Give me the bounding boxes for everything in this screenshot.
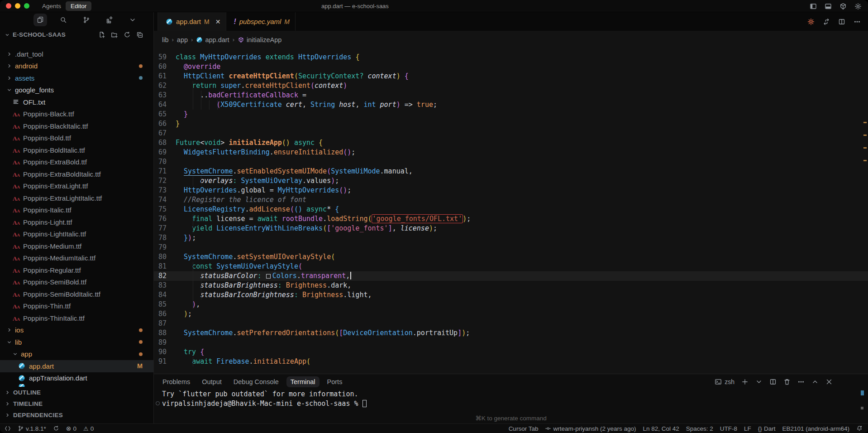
panel-tab-ports[interactable]: Ports bbox=[323, 376, 347, 387]
code-line-83[interactable]: 83 statusBarBrightness: Brightness.dark, bbox=[154, 281, 868, 290]
tree-item-Poppins-ExtraLightItalic.ttf[interactable]: AAPoppins-ExtraLightItalic.ttf bbox=[0, 192, 153, 204]
tree-item-Poppins-Italic.ttf[interactable]: AAPoppins-Italic.ttf bbox=[0, 204, 153, 216]
code-line-60[interactable]: 60 @override bbox=[154, 62, 868, 72]
new-folder-icon[interactable] bbox=[110, 31, 118, 38]
cube-icon[interactable] bbox=[839, 2, 847, 10]
tree-item-ios[interactable]: ios bbox=[0, 324, 153, 337]
code-line-63[interactable]: 63 ..badCertificateCallback = bbox=[154, 91, 868, 100]
layout-panel-icon[interactable] bbox=[824, 2, 832, 10]
status-bell[interactable] bbox=[856, 425, 863, 432]
tree-item-assets[interactable]: assets bbox=[0, 72, 153, 84]
tree-item-app[interactable]: app bbox=[0, 348, 153, 361]
tree-item-Poppins-ExtraBold.ttf[interactable]: AAPoppins-ExtraBold.ttf bbox=[0, 156, 153, 168]
panel-tab-terminal[interactable]: Terminal bbox=[286, 376, 320, 387]
minimize-window-button[interactable] bbox=[15, 3, 20, 9]
tree-item-Poppins-Black.ttf[interactable]: AAPoppins-Black.ttf bbox=[0, 108, 153, 120]
code-line-78[interactable]: 78 }); bbox=[154, 233, 868, 243]
editor-tab-pubspec.yaml[interactable]: !pubspec.yamlM bbox=[226, 12, 296, 31]
code-line-61[interactable]: 61 HttpClient createHttpClient(SecurityC… bbox=[154, 72, 868, 81]
code-line-70[interactable]: 70 bbox=[154, 157, 868, 167]
code-line-69[interactable]: 69 WidgetsFlutterBinding.ensureInitializ… bbox=[154, 148, 868, 157]
breadcrumb-item-app.dart[interactable]: app.dart bbox=[196, 36, 229, 43]
status-sync[interactable] bbox=[53, 425, 59, 432]
tree-item-android[interactable]: android bbox=[0, 60, 153, 72]
code-line-73[interactable]: 73 HttpOverrides.global = MyHttpOverride… bbox=[154, 186, 868, 195]
status-wrteam-priyansh-2-years-ago[interactable]: wrteam-priyansh (2 years ago) bbox=[545, 425, 636, 432]
ai-star-icon[interactable] bbox=[807, 18, 815, 25]
tree-item-google_fonts[interactable]: google_fonts bbox=[0, 84, 153, 96]
tree-item-Poppins-LightItalic.ttf[interactable]: AAPoppins-LightItalic.ttf bbox=[0, 228, 153, 241]
code-line-62[interactable]: 62 return super.createHttpClient(context… bbox=[154, 81, 868, 91]
panel-tab-output[interactable]: Output bbox=[198, 376, 226, 387]
gear-icon[interactable] bbox=[854, 2, 862, 10]
status-0[interactable]: ⚠0 bbox=[83, 425, 94, 432]
chevron-down-icon[interactable] bbox=[5, 32, 10, 38]
status-v-1-8-1[interactable]: v.1.8.1* bbox=[18, 425, 46, 432]
tree-item-Poppins-Light.ttf[interactable]: AAPoppins-Light.ttf bbox=[0, 216, 153, 228]
code-line-76[interactable]: 76 final license = await rootBundle.load… bbox=[154, 214, 868, 224]
code-line-74[interactable]: 74 //Register the licence of font bbox=[154, 195, 868, 205]
activity-source-control[interactable] bbox=[80, 14, 93, 26]
more-actions-icon[interactable] bbox=[853, 18, 861, 25]
tree-item-Poppins-ExtraBoldItalic.ttf[interactable]: AAPoppins-ExtraBoldItalic.ttf bbox=[0, 168, 153, 180]
tree-item-app.dart[interactable]: app.dartM bbox=[0, 360, 153, 372]
status-spaces-2[interactable]: Spaces: 2 bbox=[686, 425, 713, 432]
code-line-75[interactable]: 75 LicenseRegistry.addLicense(() async* … bbox=[154, 205, 868, 214]
code-line-84[interactable]: 84 statusBarIconBrightness: Brightness.l… bbox=[154, 290, 868, 300]
section-outline[interactable]: OUTLINE bbox=[0, 387, 153, 398]
editor-tab-app.dart[interactable]: app.dartM✕ bbox=[157, 12, 226, 31]
split-editor-icon[interactable] bbox=[769, 378, 777, 386]
more-actions-icon[interactable] bbox=[797, 378, 805, 386]
code-line-90[interactable]: 90 try { bbox=[154, 347, 868, 357]
tree-item-Poppins-BoldItalic.ttf[interactable]: AAPoppins-BoldItalic.ttf bbox=[0, 144, 153, 156]
trash-icon[interactable] bbox=[783, 378, 791, 386]
status-utf-8[interactable]: UTF-8 bbox=[720, 425, 737, 432]
code-line-77[interactable]: 77 yield LicenseEntryWithLineBreaks(['go… bbox=[154, 224, 868, 233]
activity-extensions[interactable] bbox=[103, 14, 116, 26]
code-line-80[interactable]: 80 SystemChrome.setSystemUIOverlayStyle( bbox=[154, 252, 868, 262]
code-line-87[interactable]: 87 bbox=[154, 319, 868, 328]
close-window-button[interactable] bbox=[6, 3, 11, 9]
code-editor[interactable]: 59class MyHttpOverrides extends HttpOver… bbox=[154, 48, 868, 374]
explorer-root-title[interactable]: E-SCHOOL-SAAS bbox=[13, 31, 66, 38]
zoom-window-button[interactable] bbox=[24, 3, 29, 9]
tree-item-Poppins-ThinItalic.ttf[interactable]: AAPoppins-ThinItalic.ttf bbox=[0, 312, 153, 324]
code-line-91[interactable]: 91 await Firebase.initializeApp( bbox=[154, 357, 868, 366]
close-icon[interactable] bbox=[825, 378, 833, 386]
tree-item-Poppins-Regular.ttf[interactable]: AAPoppins-Regular.ttf bbox=[0, 264, 153, 276]
code-line-65[interactable]: 65 } bbox=[154, 110, 868, 119]
terminal[interactable]: Try `flutter pub outdated` for more info… bbox=[154, 390, 868, 409]
status-ln-82-col-42[interactable]: Ln 82, Col 42 bbox=[643, 425, 679, 432]
section-timeline[interactable]: TIMELINE bbox=[0, 398, 153, 409]
code-line-59[interactable]: 59class MyHttpOverrides extends HttpOver… bbox=[154, 53, 868, 62]
plus-icon[interactable] bbox=[741, 378, 749, 386]
tree-item-Poppins-Bold.ttf[interactable]: AAPoppins-Bold.ttf bbox=[0, 132, 153, 144]
tree-item-Poppins-BlackItalic.ttf[interactable]: AAPoppins-BlackItalic.ttf bbox=[0, 120, 153, 132]
panel-tab-debug-console[interactable]: Debug Console bbox=[229, 376, 283, 387]
titlebar-tab-editor[interactable]: Editor bbox=[66, 1, 91, 11]
tree-item-Poppins-Thin.ttf[interactable]: AAPoppins-Thin.ttf bbox=[0, 300, 153, 313]
status-remote[interactable] bbox=[5, 425, 11, 432]
tree-item-Poppins-SemiBold.ttf[interactable]: AAPoppins-SemiBold.ttf bbox=[0, 276, 153, 289]
code-line-86[interactable]: 86 ); bbox=[154, 309, 868, 319]
tree-item-Poppins-MediumItalic.ttf[interactable]: AAPoppins-MediumItalic.ttf bbox=[0, 252, 153, 265]
code-line-79[interactable]: 79 bbox=[154, 243, 868, 252]
section-dependencies[interactable]: DEPENDENCIES bbox=[0, 409, 153, 421]
breadcrumb-item-initializeApp[interactable]: initializeApp bbox=[238, 36, 281, 43]
tree-item-lib[interactable]: lib bbox=[0, 336, 153, 348]
refresh-icon[interactable] bbox=[123, 31, 131, 38]
chevron-up-icon[interactable] bbox=[811, 378, 819, 386]
activity-search[interactable] bbox=[57, 14, 70, 26]
collapse-all-icon[interactable] bbox=[136, 31, 143, 38]
status-cursor-tab[interactable]: Cursor Tab bbox=[509, 425, 539, 432]
tree-item-Poppins-SemiBoldItalic.ttf[interactable]: AAPoppins-SemiBoldItalic.ttf bbox=[0, 288, 153, 300]
code-line-72[interactable]: 72 overlays: SystemUiOverlay.values); bbox=[154, 176, 868, 186]
tree-item-Poppins-ExtraLight.ttf[interactable]: AAPoppins-ExtraLight.ttf bbox=[0, 180, 153, 192]
breadcrumb-item-lib[interactable]: lib bbox=[162, 36, 169, 43]
layout-sidebar-icon[interactable] bbox=[809, 2, 817, 10]
code-line-89[interactable]: 89 bbox=[154, 338, 868, 347]
shell-selector[interactable]: zsh bbox=[714, 378, 734, 386]
tree-item-appTranslation.dart[interactable]: appTranslation.dart bbox=[0, 372, 153, 385]
activity-files[interactable] bbox=[33, 14, 47, 26]
tree-item-OFL.txt[interactable]: OFL.txt bbox=[0, 96, 153, 108]
